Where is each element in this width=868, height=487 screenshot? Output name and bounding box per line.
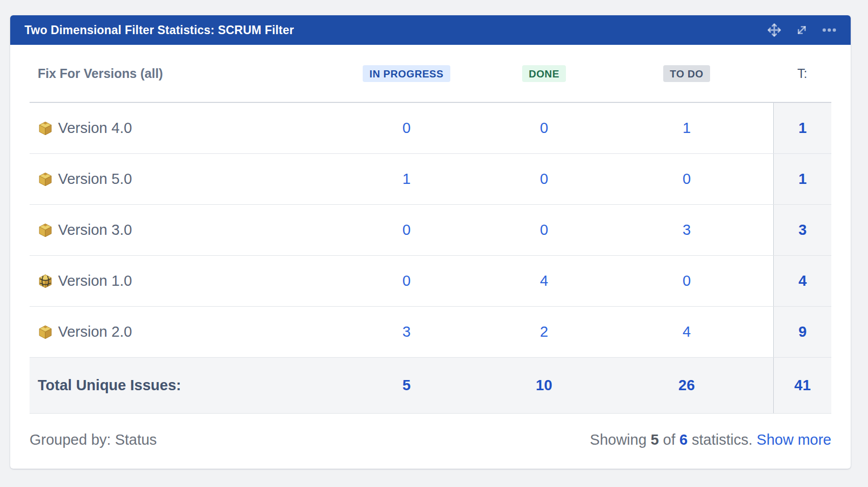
version-label: Version 5.0 [58,171,132,187]
stat-value[interactable]: 0 [402,120,411,136]
status-lozenge-todo: TO DO [663,65,710,82]
stat-value[interactable]: 0 [540,171,548,187]
stat-value[interactable]: 4 [540,273,548,289]
column-header-done: DONE [488,65,600,82]
showing-suffix: statistics. [692,431,752,448]
stat-value[interactable]: 1 [683,120,691,136]
total-done-link[interactable]: 10 [536,377,552,393]
version-label-cell: Version 1.0 [30,256,325,306]
stat-value[interactable]: 0 [540,120,548,136]
version-package-icon [38,121,53,136]
version-package-icon [38,324,53,340]
show-more-link[interactable]: Show more [756,431,831,448]
row-total-link[interactable]: 9 [798,323,806,340]
column-header-total: T: [773,66,831,81]
stat-value[interactable]: 0 [402,273,411,289]
stat-value[interactable]: 0 [683,273,691,289]
stat-value[interactable]: 0 [683,171,691,187]
stat-value[interactable]: 4 [683,323,691,340]
showing-total: 6 [680,431,688,448]
gadget-header-bar: Two Dimensional Filter Statistics: SCRUM… [10,15,851,45]
released-version-icon [38,274,53,289]
stat-value[interactable]: 3 [402,323,411,340]
gadget-header-actions [764,20,839,40]
table-row: Version 2.0 3 2 4 9 [30,307,831,358]
stat-value[interactable]: 0 [540,222,548,238]
row-total-link[interactable]: 1 [798,171,806,187]
gadget-footer: Grouped by: Status Showing 5 of 6 statis… [30,414,831,469]
total-unique-issues-row: Total Unique Issues: 5 10 26 41 [30,358,831,414]
stat-value[interactable]: 2 [540,323,548,340]
showing-of: of [663,431,675,448]
grand-total-link[interactable]: 41 [794,377,810,394]
grouped-by-label: Grouped by: Status [30,431,157,448]
table-column-header-row: Fix For Versions (all) IN PROGRESS DONE … [30,45,831,102]
row-total-link[interactable]: 4 [798,273,806,289]
total-in-progress-link[interactable]: 5 [402,377,411,393]
gadget-title: Two Dimensional Filter Statistics: SCRUM… [24,23,294,37]
version-label: Version 4.0 [58,120,132,137]
row-header-title: Fix For Versions (all) [30,66,325,81]
version-package-icon [38,223,53,238]
expand-icon[interactable] [792,20,812,40]
row-total-link[interactable]: 3 [798,222,806,238]
version-label: Version 3.0 [58,222,132,238]
table-row: Version 1.0 0 4 0 4 [30,256,831,307]
more-options-icon[interactable] [819,20,839,40]
total-todo-link[interactable]: 26 [679,377,695,393]
status-lozenge-in-progress: IN PROGRESS [363,65,450,82]
showing-statistics-text: Showing 5 of 6 statistics. Show more [590,431,831,448]
showing-prefix: Showing [590,431,646,448]
version-label-cell: Version 2.0 [30,307,325,357]
two-dimensional-stats-gadget: Two Dimensional Filter Statistics: SCRUM… [10,15,851,469]
move-icon[interactable] [764,20,784,40]
column-header-todo: TO DO [600,65,773,82]
stat-value[interactable]: 3 [683,222,691,238]
version-label: Version 1.0 [58,273,132,289]
stat-value[interactable]: 1 [402,171,411,187]
table-row: Version 3.0 0 0 3 3 [30,205,831,256]
version-label-cell: Version 4.0 [30,103,325,153]
status-lozenge-done: DONE [522,65,566,82]
table-body: Version 4.0 0 0 1 1 Version 5.0 1 0 [30,102,831,358]
gadget-content: Fix For Versions (all) IN PROGRESS DONE … [10,45,851,469]
row-total-link[interactable]: 1 [798,120,806,137]
version-package-icon [38,172,53,187]
stat-value[interactable]: 0 [402,222,411,238]
column-header-in-progress: IN PROGRESS [325,65,488,82]
table-row: Version 4.0 0 0 1 1 [30,103,831,154]
version-label: Version 2.0 [58,323,132,340]
version-label-cell: Version 3.0 [30,205,325,255]
total-row-label: Total Unique Issues: [30,377,325,394]
version-label-cell: Version 5.0 [30,154,325,204]
table-row: Version 5.0 1 0 0 1 [30,154,831,205]
showing-count: 5 [650,431,659,448]
